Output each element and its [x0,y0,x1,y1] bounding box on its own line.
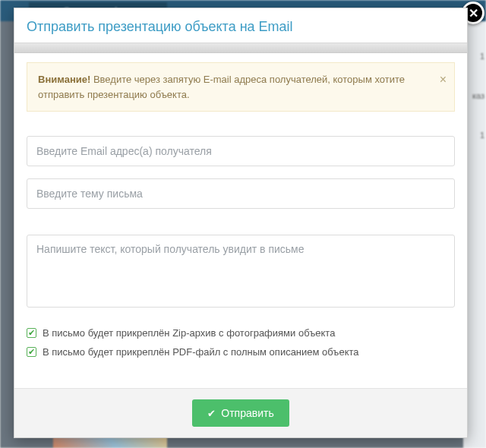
recipient-email-input[interactable] [27,136,455,166]
attach-zip-label: В письмо будет прикреплён Zip-архив с фо… [43,327,335,339]
attachment-options: ✔ В письмо будет прикреплён Zip-архив с … [27,327,455,358]
alert-text: Введите через запятую E-mail адреса полу… [38,74,405,100]
alert-strong: Внимание! [38,74,90,85]
bg-frag: каз [472,91,484,100]
checkmark-icon: ✔ [27,328,36,338]
title-separator [14,43,467,53]
subject-input[interactable] [27,178,455,209]
bg-frag: 1 [480,52,484,61]
send-button[interactable]: ✔ Отправить [192,399,289,427]
attach-pdf-checkbox[interactable]: ✔ В письмо будет прикреплён PDF-файл с п… [27,346,455,358]
attach-zip-checkbox[interactable]: ✔ В письмо будет прикреплён Zip-архив с … [27,327,455,339]
check-icon: ✔ [207,408,216,419]
modal-title: Отправить презентацию объекта на Email [27,19,455,43]
warning-alert: Внимание! Введите через запятую E-mail а… [27,62,455,112]
alert-close-icon[interactable]: × [440,71,447,89]
message-body-textarea[interactable] [27,235,455,308]
modal-footer: ✔ Отправить [14,388,467,437]
send-button-label: Отправить [221,407,273,419]
bg-frag: 1 [480,131,484,140]
attach-pdf-label: В письмо будет прикреплён PDF-файл с пол… [43,346,359,358]
checkmark-icon: ✔ [27,347,36,357]
email-modal: Отправить презентацию объекта на Email В… [14,8,468,438]
